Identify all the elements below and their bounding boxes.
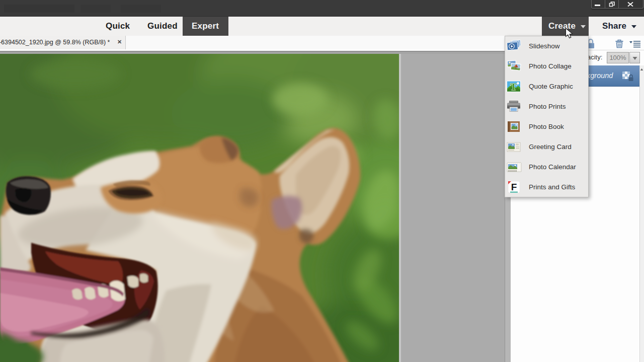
svg-text:F: F <box>511 182 517 192</box>
svg-text:T: T <box>510 82 517 92</box>
